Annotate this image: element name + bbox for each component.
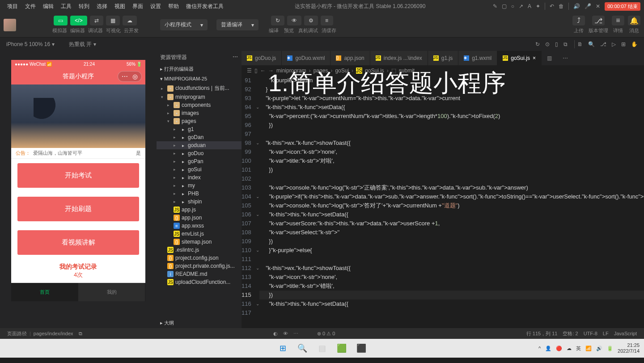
tree-item-index[interactable]: ▸▸index bbox=[157, 173, 242, 182]
search-icon[interactable]: 🔍 bbox=[585, 41, 597, 47]
debugger-toggle[interactable]: ⇄ bbox=[90, 16, 103, 25]
simulator-toggle[interactable]: ▭ bbox=[54, 16, 68, 25]
close-tab-icon[interactable]: × bbox=[533, 55, 536, 61]
tree-item-app-json[interactable]: {}app.json bbox=[157, 214, 242, 222]
tab-app-json[interactable]: {}app.json bbox=[330, 51, 370, 65]
problems-count[interactable]: ⊗ 0 ⚠ 0 bbox=[314, 331, 338, 337]
start-exam-button[interactable]: 开始考试 bbox=[17, 163, 139, 188]
fold-marker[interactable]: ⌄ bbox=[256, 103, 259, 112]
tree-item-app-wxss[interactable]: ≡app.wxss bbox=[157, 222, 242, 230]
tree-item-uploadCloudFunction---[interactable]: JSuploadCloudFunction... bbox=[157, 278, 242, 286]
preview-eye-icon[interactable]: 👁 bbox=[280, 331, 291, 336]
watch-video-button[interactable]: 看视频讲解 bbox=[17, 230, 139, 255]
menu-goto[interactable]: 转到 bbox=[75, 3, 93, 10]
cut-icon[interactable]: ⧉ bbox=[561, 41, 570, 47]
tree-item-goPan[interactable]: ▸▸goPan bbox=[157, 157, 242, 165]
app-icon-1[interactable]: 🟩 bbox=[334, 340, 350, 356]
tab-g1-js[interactable]: JSg1.js bbox=[428, 51, 458, 65]
perf-icon[interactable]: ◐ bbox=[271, 331, 280, 337]
tab-goDuo-js[interactable]: JSgoDuo.js bbox=[242, 51, 282, 65]
menu-project[interactable]: 项目 bbox=[4, 3, 21, 10]
tree-item-app-js[interactable]: JSapp.js bbox=[157, 206, 242, 214]
menu-tools[interactable]: 工具 bbox=[57, 3, 75, 10]
arrow-icon[interactable]: ↗ bbox=[519, 3, 523, 9]
page-path-label[interactable]: 页面路径 bbox=[4, 330, 30, 337]
square-icon[interactable]: ▢ bbox=[502, 3, 507, 9]
tray-onedrive-icon[interactable]: ☁ bbox=[567, 346, 572, 351]
blur-icon[interactable]: ✦ bbox=[536, 3, 540, 9]
avatar[interactable] bbox=[4, 19, 16, 31]
search-button[interactable]: 🔍 bbox=[294, 340, 310, 356]
open-editors-section[interactable]: ▸ 打开的编辑器 bbox=[157, 64, 242, 74]
tab-index-js-----index[interactable]: JSindex.js ...\index bbox=[370, 51, 428, 65]
breadcrumb-bookmark-icon[interactable]: ▯ bbox=[254, 68, 258, 74]
menu-settings[interactable]: 设置 bbox=[147, 3, 165, 10]
tree-item-envList-js[interactable]: JSenvList.js bbox=[157, 230, 242, 238]
trash-icon[interactable]: 🗑 bbox=[559, 3, 564, 9]
more-status-icon[interactable]: ⋯ bbox=[291, 331, 301, 337]
refresh-icon[interactable]: ↻ bbox=[533, 41, 542, 47]
menu-file[interactable]: 文件 bbox=[21, 3, 39, 10]
tab-goSui-js[interactable]: JSgoSui.js× bbox=[497, 51, 542, 65]
capsule-close-icon[interactable]: ◎ bbox=[132, 73, 138, 80]
text-icon[interactable]: A bbox=[528, 3, 531, 9]
recording-badge[interactable]: 00:00:07 结束 bbox=[605, 2, 640, 11]
tree-item-components[interactable]: ▸▪components bbox=[157, 101, 242, 109]
upload-button[interactable]: ⤴ bbox=[572, 16, 585, 25]
tray-wifi-icon[interactable]: 📶 bbox=[585, 346, 592, 351]
tree-item-cloudfunctions--------[interactable]: ▸▪cloudfunctions | 当前... bbox=[157, 84, 242, 93]
tree-item--eslintrc-js[interactable]: JS.eslintrc.js bbox=[157, 246, 242, 254]
exam-record[interactable]: 我的考试记录 4次 bbox=[11, 259, 145, 283]
phone-icon[interactable]: ▯ bbox=[552, 41, 561, 47]
tree-item-shipin[interactable]: ▸▸shipin bbox=[157, 198, 242, 206]
start-button[interactable]: ⊞ bbox=[275, 340, 291, 356]
more-tabs-icon[interactable]: ⋯ bbox=[557, 51, 573, 65]
hand-icon[interactable]: ✋ bbox=[628, 41, 640, 47]
outline-section[interactable]: ▸ 大纲 bbox=[157, 318, 242, 328]
clear-cache-button[interactable]: ≡ bbox=[321, 16, 333, 25]
speaker-icon[interactable]: 🔊 bbox=[573, 3, 580, 9]
hot-reload-toggle[interactable]: 热重载 开 ▾ bbox=[66, 41, 99, 48]
close-icon[interactable]: ✕ bbox=[596, 3, 600, 9]
tree-item-README-md[interactable]: iREADME.md bbox=[157, 270, 242, 278]
tree-item-goDan[interactable]: ▸▸goDan bbox=[157, 133, 242, 141]
explorer-icon[interactable]: 🗎 bbox=[575, 41, 585, 47]
encoding-setting[interactable]: UTF-8 bbox=[581, 331, 600, 336]
nav-back-icon[interactable]: ← bbox=[260, 68, 266, 74]
tray-user-icon[interactable]: 👤 bbox=[545, 346, 551, 351]
message-button[interactable]: 🔔 bbox=[628, 16, 640, 25]
fold-marker[interactable]: ⌄ bbox=[256, 210, 259, 219]
tree-item-images[interactable]: ▸▪images bbox=[157, 109, 242, 117]
menu-view[interactable]: 视图 bbox=[111, 3, 129, 10]
indent-setting[interactable]: 空格: 2 bbox=[560, 330, 580, 337]
tree-item-sitemap-json[interactable]: {}sitemap.json bbox=[157, 238, 242, 246]
tree-item-goSui[interactable]: ▸▸goSui bbox=[157, 165, 242, 173]
menu-edit[interactable]: 编辑 bbox=[39, 3, 57, 10]
copy-path-icon[interactable]: ⧉ bbox=[76, 331, 85, 337]
record-icon[interactable]: ⊙ bbox=[542, 41, 552, 47]
fold-marker[interactable]: ⌄ bbox=[256, 300, 259, 308]
tree-item-goDuo[interactable]: ▸▸goDuo bbox=[157, 149, 242, 157]
details-button[interactable]: ≡ bbox=[612, 16, 624, 25]
remote-debug-button[interactable]: ⚙ bbox=[304, 16, 318, 25]
preview-button[interactable]: 👁 bbox=[287, 16, 301, 25]
tab-g1-wxml[interactable]: ◈g1.wxml bbox=[458, 51, 497, 65]
tab-home[interactable]: 首页 bbox=[11, 283, 78, 301]
tree-item-PHB[interactable]: ▸▸PHB bbox=[157, 190, 242, 198]
tab-goDuo-wxml[interactable]: ◈goDuo.wxml bbox=[282, 51, 330, 65]
menu-devtools[interactable]: 微信开发者工具 bbox=[182, 3, 227, 10]
tree-item-project-private-config-js---[interactable]: {}project.private.config.js... bbox=[157, 262, 242, 270]
tree-item-pages[interactable]: ▾▪pages bbox=[157, 117, 242, 125]
tree-item-my[interactable]: ▸▸my bbox=[157, 182, 242, 190]
fold-marker[interactable]: ⌄ bbox=[256, 139, 259, 148]
device-selector[interactable]: iPhone 5 100% 16 ▾ bbox=[4, 41, 57, 47]
tree-item-project-config-json[interactable]: {}project.config.json bbox=[157, 254, 242, 262]
code-editor[interactable]: 9192939495969798991001011021031041051061… bbox=[242, 76, 644, 328]
capsule-menu-icon[interactable]: ⋯ bbox=[122, 73, 128, 80]
mode-dropdown[interactable]: 小程序模式▾ bbox=[160, 19, 208, 30]
language-mode[interactable]: JavaScript bbox=[611, 331, 640, 336]
tree-item-miniprogram[interactable]: ▾▪miniprogram bbox=[157, 93, 242, 101]
start-practice-button[interactable]: 开始刷题 bbox=[17, 197, 139, 221]
app-icon-2[interactable]: ⬛ bbox=[353, 340, 369, 356]
tray-clock[interactable]: 21:25 2022/7/14 bbox=[618, 342, 640, 354]
